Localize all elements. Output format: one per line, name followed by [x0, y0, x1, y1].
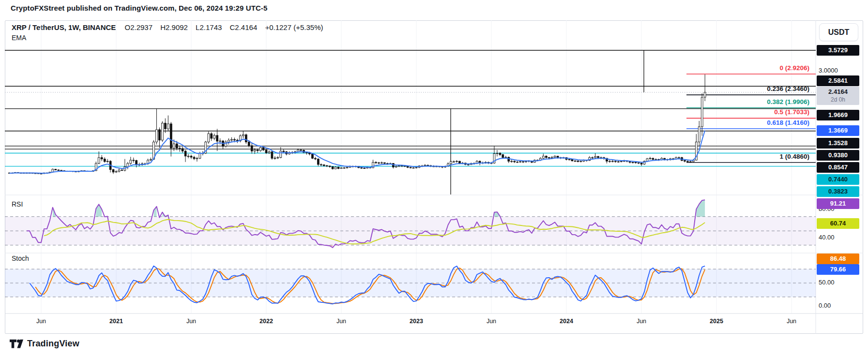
- current-price-badge: 2.41642d 0h: [817, 87, 859, 105]
- price-level-badge: 3.5729: [817, 45, 859, 56]
- price-level-badge: 0.9380: [817, 150, 859, 161]
- price-level-badge: 1.3528: [817, 138, 859, 149]
- countdown-timer: 2d 0h: [817, 96, 859, 104]
- stoch-k-value-badge: 79.66: [817, 264, 859, 275]
- tradingview-logo-icon: [10, 339, 23, 349]
- price-level-badge: 1.9669: [817, 110, 859, 120]
- rsi-value-badge: 91.21: [817, 198, 859, 209]
- price-level-badge: 0.7440: [817, 174, 859, 185]
- tradingview-attribution[interactable]: TradingView: [10, 339, 79, 349]
- tradingview-brand-text: TradingView: [27, 339, 79, 349]
- currency-toggle-button[interactable]: USDT: [819, 23, 858, 41]
- ema-value-badge: 1.3669: [817, 125, 859, 136]
- price-level-badge: 2.5841: [817, 75, 859, 86]
- stoch-d-value-badge: 86.48: [817, 254, 859, 264]
- rsi-ma-value-badge: 60.74: [817, 218, 859, 229]
- price-level-badge: 0.8547: [817, 162, 859, 173]
- price-level-badge: 0.3823: [817, 186, 859, 197]
